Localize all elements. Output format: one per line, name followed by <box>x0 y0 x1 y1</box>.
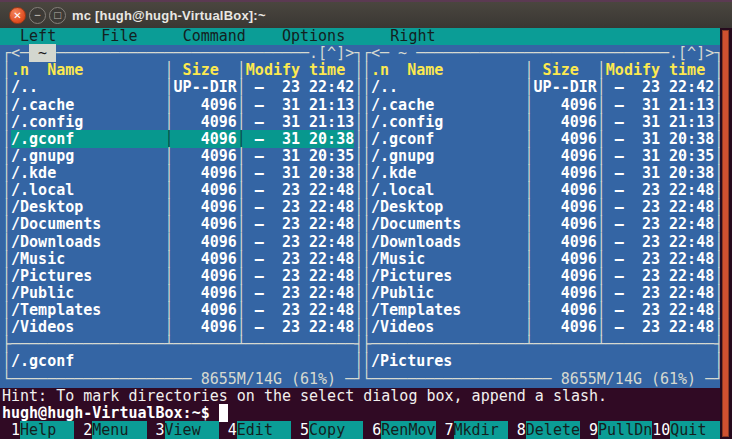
current-path[interactable]: ~ <box>389 44 416 62</box>
menu-item-left[interactable]: Left <box>20 27 56 45</box>
history-forward-button[interactable]: > <box>705 44 714 62</box>
menu-bar: Left File Command Options Right <box>0 28 720 45</box>
file-name: /Documents <box>11 215 165 233</box>
file-row[interactable]: │/Public │ 4096│ — 23 22:48│ <box>0 285 360 302</box>
fkey-4[interactable]: 4Edit <box>219 421 291 439</box>
file-row[interactable]: │/.config │ 4096│ — 31 21:13│ <box>360 114 720 131</box>
frame: │ <box>2 233 11 251</box>
file-mtime: — 31 20:35 <box>246 147 354 165</box>
file-mtime: — 23 22:48 <box>606 181 714 199</box>
fkey-3[interactable]: 3View <box>147 421 219 439</box>
file-name: /.gconf <box>371 130 525 148</box>
file-row[interactable]: │/.gconf │ 4096│ — 31 20:38│ <box>0 131 360 148</box>
file-row[interactable]: │/.cache │ 4096│ — 31 21:13│ <box>0 97 360 114</box>
cd-up-button[interactable]: [^] <box>318 44 345 62</box>
file-row[interactable]: │/Downloads │ 4096│ — 23 22:48│ <box>360 234 720 251</box>
file-name: /.gnupg <box>371 147 525 165</box>
file-row[interactable]: │/Public │ 4096│ — 23 22:48│ <box>360 285 720 302</box>
fkey-9[interactable]: 9PullDn <box>580 421 652 439</box>
file-row[interactable]: │/.cache │ 4096│ — 31 21:13│ <box>360 97 720 114</box>
terminal-content: Left File Command Options Right ┌<─ ~ ──… <box>0 28 720 439</box>
frame: │ <box>165 233 174 251</box>
history-forward-button[interactable]: > <box>345 44 354 62</box>
history-back-button[interactable]: < <box>371 44 380 62</box>
show-hidden-toggle[interactable]: . <box>309 44 318 62</box>
menu-item-options[interactable]: Options <box>282 27 345 45</box>
close-icon[interactable]: ✕ <box>9 7 26 24</box>
file-row[interactable]: │/.gnupg │ 4096│ — 31 20:35│ <box>0 148 360 165</box>
column-header-size[interactable]: Size <box>534 61 597 79</box>
column-header-mtime[interactable]: Modify time <box>246 61 354 79</box>
file-row[interactable]: │/Templates │ 4096│ — 23 22:48│ <box>0 302 360 319</box>
menu-item-file[interactable]: File <box>101 27 137 45</box>
file-row[interactable]: │/Videos │ 4096│ — 23 22:48│ <box>360 319 720 336</box>
frame: │ <box>165 215 174 233</box>
fkey-7[interactable]: 7Mkdir <box>436 421 508 439</box>
file-row[interactable]: │/.config │ 4096│ — 31 21:13│ <box>0 114 360 131</box>
fkey-number: 10 <box>652 421 670 439</box>
menu-item-command[interactable]: Command <box>183 27 246 45</box>
fkey-8[interactable]: 8Delete <box>508 421 580 439</box>
frame: │ <box>237 215 246 233</box>
panel-top-frame: ┌<─ ~ ────────────────────────────.[^]>┐ <box>360 45 720 62</box>
file-size: 4096 <box>534 113 597 131</box>
file-row[interactable]: │/.. │UP--DIR│ — 23 22:42│ <box>360 79 720 96</box>
file-row[interactable]: │/.. │UP--DIR│ — 23 22:42│ <box>0 79 360 96</box>
minimize-icon[interactable]: − <box>29 7 46 24</box>
file-row[interactable]: │/Desktop │ 4096│ — 23 22:48│ <box>360 199 720 216</box>
file-name: /Downloads <box>11 233 165 251</box>
file-name: /.gconf <box>11 130 165 148</box>
frame: ─ <box>20 44 29 62</box>
column-header-mtime[interactable]: Modify time <box>606 61 714 79</box>
column-header-size[interactable]: Size <box>174 61 237 79</box>
frame: │ <box>525 164 534 182</box>
frame: │ <box>597 250 606 268</box>
frame: │ <box>525 250 534 268</box>
scrollbar[interactable] <box>720 28 732 439</box>
file-row[interactable]: │/Templates │ 4096│ — 23 22:48│ <box>360 302 720 319</box>
file-row[interactable]: │/Pictures │ 4096│ — 23 22:48│ <box>0 268 360 285</box>
fkey-5[interactable]: 5Copy <box>291 421 363 439</box>
file-row[interactable]: │/Pictures │ 4096│ — 23 22:48│ <box>360 268 720 285</box>
file-row[interactable]: │/Documents │ 4096│ — 23 22:48│ <box>0 216 360 233</box>
menu-gap <box>2 27 20 45</box>
current-path[interactable]: ~ <box>29 44 56 62</box>
column-header-name[interactable]: .n Name <box>11 61 165 79</box>
file-row[interactable]: │/.kde │ 4096│ — 31 20:38│ <box>360 165 720 182</box>
fkey-1[interactable]: 1Help <box>2 421 74 439</box>
maximize-icon[interactable]: □ <box>49 7 66 24</box>
window-title: mc [hugh@hugh-VirtualBox]:~ <box>72 6 266 26</box>
fkey-2[interactable]: 2Menu <box>74 421 146 439</box>
column-header-name[interactable]: .n Name <box>371 61 525 79</box>
file-row[interactable]: │/.local │ 4096│ — 23 22:48│ <box>0 182 360 199</box>
file-size: 4096 <box>174 284 237 302</box>
file-row[interactable]: │/Music │ 4096│ — 23 22:48│ <box>360 251 720 268</box>
file-row[interactable]: │/.gnupg │ 4096│ — 31 20:35│ <box>360 148 720 165</box>
file-row[interactable]: │/Desktop │ 4096│ — 23 22:48│ <box>0 199 360 216</box>
file-row[interactable]: │/Music │ 4096│ — 23 22:48│ <box>0 251 360 268</box>
shell-prompt[interactable]: hugh@hugh-VirtualBox:~$ <box>0 405 720 422</box>
menu-item-right[interactable]: Right <box>390 27 435 45</box>
mini-status-row: │/Pictures │ <box>360 353 720 370</box>
file-size: 4096 <box>174 301 237 319</box>
file-row[interactable]: │/Downloads │ 4096│ — 23 22:48│ <box>0 234 360 251</box>
frame: │ <box>597 61 606 79</box>
file-row[interactable]: │/.kde │ 4096│ — 31 20:38│ <box>0 165 360 182</box>
cd-up-button[interactable]: [^] <box>678 44 705 62</box>
frame: │ <box>362 61 371 79</box>
file-mtime: — 23 22:48 <box>246 233 354 251</box>
history-back-button[interactable]: < <box>11 44 20 62</box>
show-hidden-toggle[interactable]: . <box>669 44 678 62</box>
file-row[interactable]: │/.gconf │ 4096│ — 31 20:38│ <box>360 131 720 148</box>
file-row[interactable]: │/Documents │ 4096│ — 23 22:48│ <box>360 216 720 233</box>
file-name: /Videos <box>371 318 525 336</box>
frame: │ <box>525 318 534 336</box>
scrollbar-thumb[interactable] <box>722 30 729 437</box>
fkey-10[interactable]: 10Quit <box>652 421 724 439</box>
window-titlebar[interactable]: ✕ − □ mc [hugh@hugh-VirtualBox]:~ <box>0 0 732 28</box>
file-row[interactable]: │/.local │ 4096│ — 23 22:48│ <box>360 182 720 199</box>
file-row[interactable]: │/Videos │ 4096│ — 23 22:48│ <box>0 319 360 336</box>
fkey-6[interactable]: 6RenMov <box>363 421 435 439</box>
fkey-label: Menu <box>92 421 146 439</box>
file-mtime: — 23 22:48 <box>246 284 354 302</box>
